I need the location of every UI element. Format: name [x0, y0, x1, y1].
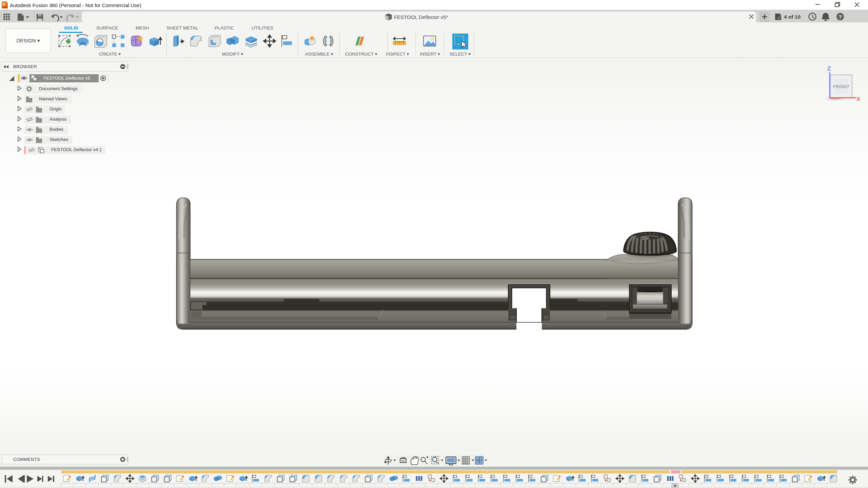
- svg-text:FRONT: FRONT: [833, 84, 850, 89]
- svg-text:X: X: [856, 96, 861, 102]
- svg-text:?: ?: [839, 14, 842, 20]
- svg-text:4 of 10: 4 of 10: [784, 14, 801, 20]
- svg-text:Z: Z: [827, 65, 831, 72]
